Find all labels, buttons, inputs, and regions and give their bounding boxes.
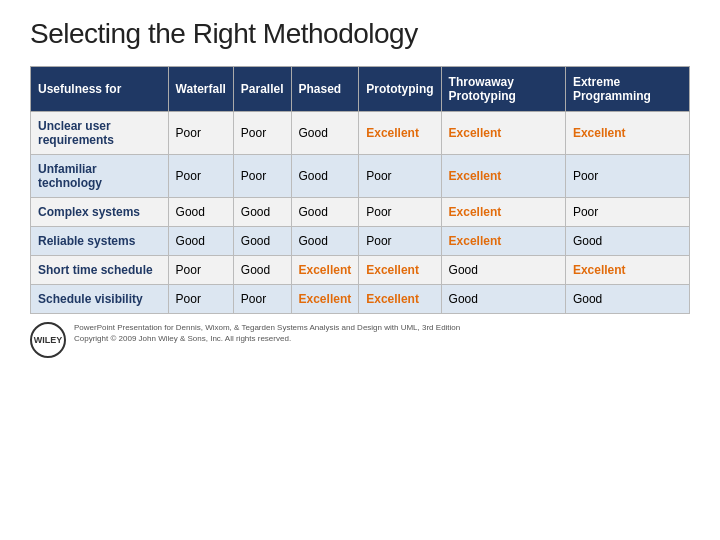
header-parallel: Parallel: [233, 67, 291, 112]
table-cell: Excellent: [441, 227, 565, 256]
table-cell: Poor: [565, 155, 689, 198]
header-extreme: Extreme Programming: [565, 67, 689, 112]
table-cell: Good: [233, 256, 291, 285]
table-cell: Good: [168, 198, 233, 227]
table-cell: Good: [291, 112, 359, 155]
table-cell: Good: [291, 227, 359, 256]
table-cell: Poor: [359, 227, 441, 256]
table-cell: Excellent: [441, 112, 565, 155]
footer-line2: Copyright © 2009 John Wiley & Sons, Inc.…: [74, 333, 460, 344]
row-label: Reliable systems: [31, 227, 169, 256]
footer-text: PowerPoint Presentation for Dennis, Wixo…: [74, 322, 460, 344]
table-cell: Excellent: [359, 112, 441, 155]
table-cell: Poor: [168, 155, 233, 198]
table-cell: Poor: [359, 155, 441, 198]
table-cell: Good: [168, 227, 233, 256]
table-cell: Poor: [565, 198, 689, 227]
table-cell: Good: [441, 285, 565, 314]
table-cell: Excellent: [359, 285, 441, 314]
table-cell: Excellent: [359, 256, 441, 285]
table-cell: Good: [291, 155, 359, 198]
footer-line1: PowerPoint Presentation for Dennis, Wixo…: [74, 322, 460, 333]
table-cell: Excellent: [565, 256, 689, 285]
table-cell: Poor: [168, 112, 233, 155]
table-cell: Good: [233, 198, 291, 227]
table-cell: Poor: [168, 256, 233, 285]
table-cell: Good: [441, 256, 565, 285]
row-label: Unfamiliar technology: [31, 155, 169, 198]
table-cell: Poor: [233, 112, 291, 155]
row-label: Short time schedule: [31, 256, 169, 285]
row-label: Complex systems: [31, 198, 169, 227]
header-prototyping: Prototyping: [359, 67, 441, 112]
page: Selecting the Right Methodology Usefulne…: [0, 0, 720, 540]
row-label: Unclear user requirements: [31, 112, 169, 155]
table-cell: Good: [233, 227, 291, 256]
row-label: Schedule visibility: [31, 285, 169, 314]
header-throwaway: Throwaway Prototyping: [441, 67, 565, 112]
table-cell: Good: [565, 227, 689, 256]
table-cell: Excellent: [291, 285, 359, 314]
table-cell: Excellent: [441, 198, 565, 227]
wiley-logo: WILEY: [30, 322, 66, 358]
table-cell: Poor: [233, 155, 291, 198]
footer: WILEY PowerPoint Presentation for Dennis…: [30, 322, 690, 358]
table-cell: Excellent: [565, 112, 689, 155]
table-cell: Poor: [359, 198, 441, 227]
table-cell: Excellent: [441, 155, 565, 198]
table-cell: Poor: [233, 285, 291, 314]
methodology-table: Usefulness for Waterfall Parallel Phased…: [30, 66, 690, 314]
header-usefulness: Usefulness for: [31, 67, 169, 112]
header-phased: Phased: [291, 67, 359, 112]
table-cell: Good: [565, 285, 689, 314]
table-cell: Poor: [168, 285, 233, 314]
table-cell: Excellent: [291, 256, 359, 285]
table-cell: Good: [291, 198, 359, 227]
header-waterfall: Waterfall: [168, 67, 233, 112]
page-title: Selecting the Right Methodology: [30, 18, 690, 50]
